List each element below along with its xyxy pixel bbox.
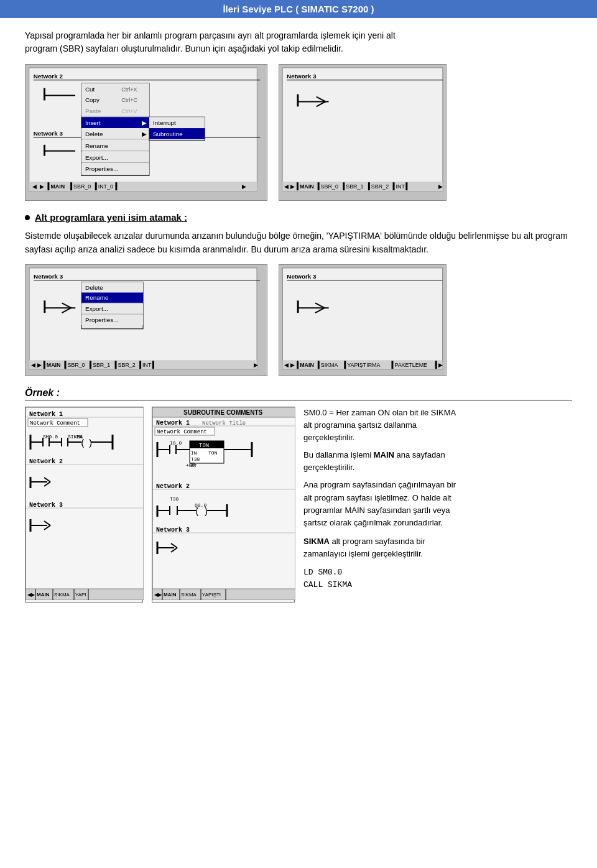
svg-text:Export...: Export...: [85, 305, 108, 312]
screenshot-result-tabs: Network 3 ◀ ▶ MAIN SBR_0 SBR_1 SBR_: [279, 64, 447, 201]
svg-text:): ): [203, 507, 208, 517]
svg-text:T38: T38: [170, 496, 179, 502]
ornek-left-box: Network 1 Network Comment SM0.0 SIKMA: [25, 407, 143, 603]
svg-text:Network 2: Network 2: [29, 458, 63, 465]
ornek-title: Örnek :: [25, 387, 572, 400]
svg-text:Ctrl+X: Ctrl+X: [121, 86, 137, 93]
intro-paragraph: Yapısal programlada her bir anlamlı prog…: [25, 29, 572, 55]
svg-rect-171: [152, 407, 295, 600]
svg-text:Delete: Delete: [85, 284, 103, 290]
screenshot-renamed-tabs: Network 3 ◀ ▶ MAIN SIKMA YAPIŞTIRMA: [279, 264, 447, 376]
svg-text:Ctrl+C: Ctrl+C: [121, 97, 137, 103]
svg-text:MAIN: MAIN: [47, 362, 61, 368]
svg-text:TON: TON: [199, 443, 209, 449]
svg-rect-69: [368, 182, 370, 190]
svg-text:SBR_1: SBR_1: [346, 183, 363, 190]
svg-text:SBR_2: SBR_2: [118, 362, 136, 368]
svg-text:SBR_2: SBR_2: [371, 183, 389, 190]
svg-text:Copy: Copy: [85, 96, 100, 103]
svg-text:Network Comment: Network Comment: [30, 420, 80, 427]
svg-rect-101: [90, 361, 91, 369]
ornek-middle-box: SUBROUTINE COMMENTS Network 1 Network Ti…: [152, 407, 295, 603]
svg-text:Ctrl+V: Ctrl+V: [121, 108, 137, 114]
svg-text:▶: ▶: [254, 362, 258, 368]
svg-rect-107: [152, 361, 154, 369]
description-panel: SM0.0 = Her zaman ON olan bit ile SIKMA …: [303, 407, 465, 592]
ornek-title-text: Örnek :: [25, 387, 60, 398]
svg-rect-105: [139, 361, 141, 369]
svg-text:I0.0: I0.0: [170, 440, 182, 446]
svg-text:IN: IN: [191, 450, 197, 456]
svg-rect-128: [435, 361, 437, 369]
svg-text:Network 2: Network 2: [156, 483, 190, 490]
svg-text:MAIN: MAIN: [300, 362, 314, 368]
header-title: İleri Seviye PLC ( SIMATIC S7200 ): [223, 4, 374, 14]
desc-call: CALL SIKMA: [303, 579, 465, 591]
section1-title-text: Alt programlara yeni isim atamak :: [35, 212, 187, 223]
svg-rect-122: [318, 361, 320, 369]
page-header: İleri Seviye PLC ( SIMATIC S7200 ): [0, 0, 597, 18]
svg-text:SBR_0: SBR_0: [321, 183, 338, 190]
page-content: Yapısal programlada her bir anlamlı prog…: [0, 18, 597, 621]
svg-text:Cut: Cut: [85, 86, 95, 93]
svg-text:Network 1: Network 1: [156, 420, 190, 427]
svg-text:YAPI: YAPI: [75, 592, 86, 598]
svg-text:▶: ▶: [142, 131, 147, 137]
svg-text:Network 3: Network 3: [287, 73, 317, 80]
screenshot-row-1: Network 2 Network 3 Cut Ctrl+X Co: [25, 64, 572, 201]
svg-rect-46: [70, 182, 72, 190]
svg-text:T38: T38: [191, 456, 200, 462]
intro-line1: Yapısal programlada her bir anlamlı prog…: [25, 30, 396, 40]
svg-text:Insert: Insert: [85, 119, 101, 126]
svg-text:SM0.0: SM0.0: [43, 434, 58, 440]
svg-rect-71: [393, 182, 395, 190]
svg-text:SBR_0: SBR_0: [67, 362, 85, 368]
svg-text:Export...: Export...: [85, 154, 108, 161]
svg-text:Network Title: Network Title: [202, 420, 246, 427]
svg-text:Paste: Paste: [85, 108, 101, 114]
desc-sm00-line1: SM0.0 = Her zaman ON olan bit ile SIKMA …: [303, 408, 456, 442]
svg-text:▶: ▶: [438, 183, 443, 190]
svg-text:(: (: [80, 438, 85, 448]
svg-text:▶: ▶: [40, 183, 44, 190]
svg-text:(: (: [195, 507, 200, 517]
svg-text:SBR_0: SBR_0: [73, 183, 91, 190]
svg-text:Network 2: Network 2: [34, 73, 63, 80]
svg-text:▶: ▶: [142, 119, 147, 126]
svg-rect-120: [297, 361, 298, 369]
screenshot-row-2: Network 3 Delete Rename: [25, 264, 572, 376]
desc-ld-call: LD SM0.0 CALL SIKMA: [303, 566, 465, 591]
svg-rect-103: [115, 361, 117, 369]
svg-text:TON: TON: [208, 450, 218, 456]
svg-rect-63: [297, 182, 298, 190]
svg-text:SUBROUTINE COMMENTS: SUBROUTINE COMMENTS: [183, 409, 263, 416]
svg-text:◀: ◀: [284, 183, 289, 190]
desc-main-line: Bu dallanma işlemi MAIN ana sayfadan ger…: [303, 450, 445, 472]
svg-text:YAPIŞTIRMA: YAPIŞTIRMA: [347, 362, 380, 368]
svg-text:Network 3: Network 3: [29, 502, 63, 509]
svg-text:Network Comment: Network Comment: [157, 429, 207, 435]
screenshot-insert-menu: Network 2 Network 3 Cut Ctrl+X Co: [25, 64, 267, 201]
svg-text:▶: ▶: [290, 183, 295, 190]
svg-rect-48: [95, 182, 97, 190]
svg-text:MAIN: MAIN: [50, 183, 65, 190]
svg-rect-44: [47, 182, 49, 190]
svg-text:Properties...: Properties...: [85, 316, 118, 323]
svg-text:Subroutine: Subroutine: [153, 131, 183, 137]
svg-text:Rename: Rename: [85, 142, 109, 149]
svg-text:◀: ◀: [31, 362, 35, 368]
svg-text:▶: ▶: [242, 183, 246, 190]
section1-title: Alt programlara yeni isim atamak :: [25, 212, 572, 223]
svg-text:PAKETLEME: PAKETLEME: [394, 362, 427, 368]
section1-body: Sistemde oluşabilecek arızalar durumunda…: [25, 229, 572, 257]
svg-text:Delete: Delete: [85, 131, 103, 137]
svg-rect-53: [282, 68, 443, 191]
bullet-icon: [25, 215, 30, 220]
svg-rect-99: [64, 361, 66, 369]
svg-text:Properties...: Properties...: [85, 165, 118, 172]
svg-text:MAIN: MAIN: [300, 183, 314, 190]
svg-rect-67: [343, 182, 345, 190]
svg-text:SIKMA: SIKMA: [321, 362, 338, 368]
svg-text:SBR_1: SBR_1: [93, 362, 110, 368]
svg-text:◀: ◀: [284, 362, 289, 368]
